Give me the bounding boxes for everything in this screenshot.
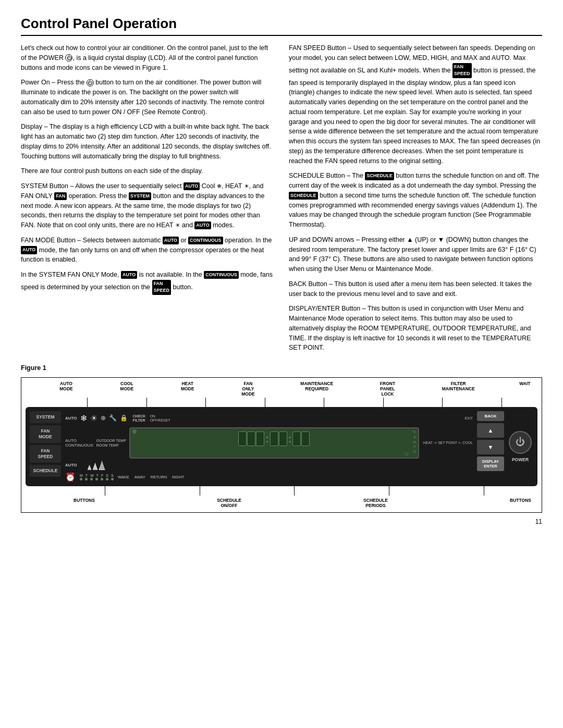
am-label: A <box>413 435 416 439</box>
schedule-button[interactable]: SCHEDULE <box>30 465 61 477</box>
wait-label: WAIT <box>519 381 531 397</box>
day-labels: MTWTFSS <box>80 474 114 477</box>
sun-icon: ☀ <box>90 413 97 423</box>
mode-icons-row: AUTO ❄ ☀ ⊕ 🔧 🔒 CHECK FILTER <box>64 411 474 425</box>
friday-dot <box>101 478 103 480</box>
cool-mode-label: COOLMODE <box>118 381 135 397</box>
saturday-dot <box>106 478 108 480</box>
intro-p6: FAN MODE Button – Selects between automa… <box>21 236 274 265</box>
ac-control-panel: SYSTEM FANMODE FANSPEED SCHEDULE AUTO ❄ … <box>26 407 537 486</box>
fan-icon: ⊕ <box>101 414 106 422</box>
outdoor-temp-label: OUTDOOR TEMP <box>96 438 126 443</box>
off-reset-label: OFF/RESET <box>150 418 170 422</box>
check-filter-label: CHECK <box>133 414 146 418</box>
fan-mode-row: AUTO CONTINUOUS OUTDOOR TEMP ROOM TEMP <box>64 427 474 459</box>
power-section: ⏻ POWER <box>507 411 533 482</box>
outdoor-room-labels: OUTDOOR TEMP ROOM TEMP <box>96 438 126 448</box>
right-p5: DISPLAY/ENTER Button – This button is us… <box>289 304 542 353</box>
filter-label: FILTER <box>133 418 146 422</box>
right-p1: FAN SPEED Button – Used to sequentially … <box>289 43 542 166</box>
monday-dot <box>80 478 82 480</box>
continuous-fan-label: CONTINUOUS <box>65 443 93 448</box>
return-label: RETURN <box>151 475 167 479</box>
exit-label: EXIT <box>464 416 473 420</box>
tuesday-dot <box>85 478 88 480</box>
down-button[interactable]: ▼ <box>477 440 504 454</box>
power-label: POWER <box>512 457 529 462</box>
right-p4: BACK Button – This button is used after … <box>289 279 542 299</box>
fan-only-mode-label: FANONLYMODE <box>240 381 256 397</box>
filter-maintenance-label: FILTERMAINTENANCE <box>442 381 475 397</box>
figure-label: Figure 1 <box>21 363 542 373</box>
page-title: Control Panel Operation <box>21 16 542 36</box>
auto-mode-label: AUTOMODE <box>58 381 75 397</box>
m-label: M <box>413 440 416 445</box>
front-panel-lock-label: FRONTPANELLOCK <box>377 381 398 397</box>
fan-mode-labels: AUTO CONTINUOUS <box>65 438 93 448</box>
fan-speed-row: AUTO <box>64 461 474 470</box>
snowflake-icon: ❄ <box>80 413 87 423</box>
degrees-f-label: °F <box>412 430 416 435</box>
heat-setpoint-label: HEAT -> SET POINT <- COOL <box>423 441 473 445</box>
center-display: AUTO ❄ ☀ ⊕ 🔧 🔒 CHECK FILTER <box>64 411 474 482</box>
schedule-onoff-label: SCHEDULEON/OFF <box>217 498 241 508</box>
night-label: NIGHT <box>172 475 184 479</box>
wrench-icon: 🔧 <box>109 414 117 422</box>
thursday-dot <box>95 478 98 480</box>
auto-mode-icon-label: AUTO <box>65 416 77 421</box>
back-button[interactable]: BACK <box>477 411 504 421</box>
right-p2: SCHEDULE Button – The SCHEDULE button tu… <box>289 171 542 230</box>
maintenance-required-label: MAINTENANCEREQUIRED <box>300 381 333 397</box>
lcd-right-labels: °F A M P M <box>412 430 416 454</box>
system-button[interactable]: SYSTEM <box>30 411 61 423</box>
days-of-week: MTWTFSS <box>80 474 114 480</box>
intro-p5: SYSTEM Button – Allows the user to seque… <box>21 181 274 230</box>
buttons-right-label: BUTTONS <box>510 498 531 508</box>
power-button[interactable]: ⏻ <box>509 431 532 454</box>
degrees-c-label: °C <box>404 452 409 456</box>
room-temp-label: ROOM TEMP <box>96 443 126 448</box>
auto-speed-label: AUTO <box>65 463 77 467</box>
lcd-display: : : °F <box>129 427 419 459</box>
up-button[interactable]: ▲ <box>477 423 504 438</box>
display-enter-button[interactable]: DISPLAYENTER <box>477 456 504 471</box>
right-nav-buttons: BACK ▲ ▼ DISPLAYENTER <box>477 411 504 482</box>
intro-p3: Display – The display is a high efficien… <box>21 122 274 161</box>
intro-p7: In the SYSTEM FAN ONLY Mode, AUTO is not… <box>21 270 274 295</box>
lcd-digits-display: : : <box>134 431 414 446</box>
wednesday-dot <box>90 478 93 480</box>
buttons-left-label: BUTTONS <box>74 498 95 508</box>
intro-p4: There are four control push buttons on e… <box>21 166 274 176</box>
schedule-row: ⏰ MTWTFSS <box>64 472 474 482</box>
auto-fan-label: AUTO <box>65 438 93 443</box>
intro-p2: Power On – Press the ⏻ button to turn on… <box>21 78 274 117</box>
sunday-dot <box>111 478 114 480</box>
right-p3: UP and DOWN arrows – Pressing either ▲ (… <box>289 235 542 274</box>
heat-mode-label: HEATMODE <box>179 381 196 397</box>
on-label: ON <box>150 414 170 418</box>
pm-p-label: P <box>413 445 416 449</box>
schedule-periods-bottom-label: SCHEDULEPERIODS <box>363 498 388 508</box>
intro-p1: Let's check out how to control your air … <box>21 43 274 72</box>
fan-mode-button[interactable]: FANMODE <box>30 425 61 443</box>
left-buttons: SYSTEM FANMODE FANSPEED SCHEDULE <box>30 411 61 482</box>
fan-speed-button[interactable]: FANSPEED <box>30 445 61 463</box>
page-number: 11 <box>21 518 542 525</box>
pm-m-label: M <box>413 450 416 454</box>
control-panel-diagram: AUTOMODE COOLMODE HEATMODE FANONLYMODE M… <box>21 377 542 513</box>
clock-icon: ⏰ <box>65 472 76 482</box>
away-label: AWAY <box>134 475 145 479</box>
wake-label: WAKE <box>118 475 129 479</box>
lock-icon: 🔒 <box>120 414 128 422</box>
day-dots <box>80 478 114 480</box>
schedule-periods-labels: WAKE AWAY RETURN NIGHT <box>118 475 184 479</box>
